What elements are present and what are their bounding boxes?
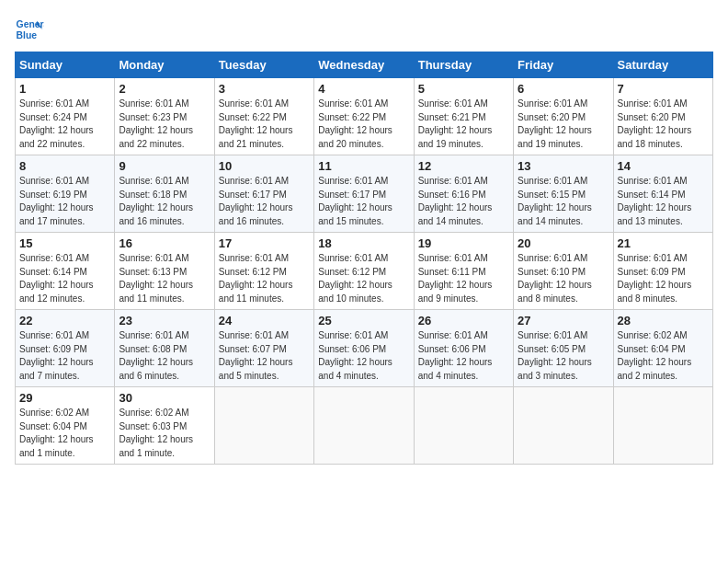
day-detail: Sunrise: 6:01 AMSunset: 6:24 PMDaylight:… <box>19 98 110 151</box>
day-detail: Sunrise: 6:01 AMSunset: 6:19 PMDaylight:… <box>19 175 110 228</box>
day-detail: Sunrise: 6:01 AMSunset: 6:22 PMDaylight:… <box>219 98 310 151</box>
day-number: 13 <box>518 159 609 173</box>
dow-saturday: Saturday <box>613 52 712 78</box>
day-detail: Sunrise: 6:01 AMSunset: 6:14 PMDaylight:… <box>19 252 110 305</box>
day-cell-3: 3Sunrise: 6:01 AMSunset: 6:22 PMDaylight… <box>214 78 313 155</box>
day-cell-4: 4Sunrise: 6:01 AMSunset: 6:22 PMDaylight… <box>314 78 414 155</box>
day-detail: Sunrise: 6:02 AMSunset: 6:04 PMDaylight:… <box>19 407 110 460</box>
day-detail: Sunrise: 6:01 AMSunset: 6:15 PMDaylight:… <box>518 175 609 228</box>
day-number: 19 <box>418 236 509 250</box>
dow-friday: Friday <box>514 52 613 78</box>
days-of-week-header: SundayMondayTuesdayWednesdayThursdayFrid… <box>16 52 713 78</box>
day-cell-22: 22Sunrise: 6:01 AMSunset: 6:09 PMDayligh… <box>16 310 115 387</box>
empty-cell <box>214 387 313 465</box>
day-detail: Sunrise: 6:01 AMSunset: 6:10 PMDaylight:… <box>518 252 609 305</box>
week-row-4: 22Sunrise: 6:01 AMSunset: 6:09 PMDayligh… <box>16 310 713 387</box>
dow-wednesday: Wednesday <box>314 52 414 78</box>
day-number: 4 <box>318 82 409 96</box>
day-cell-15: 15Sunrise: 6:01 AMSunset: 6:14 PMDayligh… <box>16 233 115 310</box>
svg-text:General: General <box>17 19 44 29</box>
day-detail: Sunrise: 6:01 AMSunset: 6:13 PMDaylight:… <box>119 252 210 305</box>
day-cell-10: 10Sunrise: 6:01 AMSunset: 6:17 PMDayligh… <box>214 155 313 233</box>
dow-tuesday: Tuesday <box>214 52 313 78</box>
week-row-5: 29Sunrise: 6:02 AMSunset: 6:04 PMDayligh… <box>16 387 713 465</box>
day-cell-26: 26Sunrise: 6:01 AMSunset: 6:06 PMDayligh… <box>414 310 513 387</box>
day-cell-30: 30Sunrise: 6:02 AMSunset: 6:03 PMDayligh… <box>115 387 214 465</box>
empty-cell <box>414 387 513 465</box>
dow-thursday: Thursday <box>414 52 513 78</box>
day-detail: Sunrise: 6:01 AMSunset: 6:06 PMDaylight:… <box>318 329 409 383</box>
day-detail: Sunrise: 6:01 AMSunset: 6:18 PMDaylight:… <box>119 175 210 228</box>
day-detail: Sunrise: 6:01 AMSunset: 6:20 PMDaylight:… <box>518 98 609 151</box>
empty-cell <box>514 387 613 465</box>
day-detail: Sunrise: 6:01 AMSunset: 6:09 PMDaylight:… <box>618 252 709 305</box>
day-number: 26 <box>418 314 509 327</box>
day-detail: Sunrise: 6:01 AMSunset: 6:22 PMDaylight:… <box>318 98 409 151</box>
day-number: 1 <box>19 82 110 96</box>
day-cell-21: 21Sunrise: 6:01 AMSunset: 6:09 PMDayligh… <box>613 233 712 310</box>
day-cell-23: 23Sunrise: 6:01 AMSunset: 6:08 PMDayligh… <box>115 310 214 387</box>
day-number: 24 <box>219 314 310 327</box>
calendar-body: 1Sunrise: 6:01 AMSunset: 6:24 PMDaylight… <box>16 78 713 465</box>
day-number: 27 <box>518 314 609 327</box>
day-detail: Sunrise: 6:02 AMSunset: 6:04 PMDaylight:… <box>618 329 709 383</box>
day-number: 11 <box>318 159 409 173</box>
day-number: 3 <box>219 82 310 96</box>
day-number: 9 <box>119 159 210 173</box>
week-row-3: 15Sunrise: 6:01 AMSunset: 6:14 PMDayligh… <box>16 233 713 310</box>
dow-monday: Monday <box>115 52 214 78</box>
day-number: 6 <box>518 82 609 96</box>
day-cell-7: 7Sunrise: 6:01 AMSunset: 6:20 PMDaylight… <box>613 78 712 155</box>
day-cell-28: 28Sunrise: 6:02 AMSunset: 6:04 PMDayligh… <box>613 310 712 387</box>
day-cell-14: 14Sunrise: 6:01 AMSunset: 6:14 PMDayligh… <box>613 155 712 233</box>
day-cell-27: 27Sunrise: 6:01 AMSunset: 6:05 PMDayligh… <box>514 310 613 387</box>
day-cell-12: 12Sunrise: 6:01 AMSunset: 6:16 PMDayligh… <box>414 155 513 233</box>
day-detail: Sunrise: 6:01 AMSunset: 6:21 PMDaylight:… <box>418 98 509 151</box>
day-cell-18: 18Sunrise: 6:01 AMSunset: 6:12 PMDayligh… <box>314 233 414 310</box>
day-cell-1: 1Sunrise: 6:01 AMSunset: 6:24 PMDaylight… <box>16 78 115 155</box>
day-cell-8: 8Sunrise: 6:01 AMSunset: 6:19 PMDaylight… <box>16 155 115 233</box>
day-number: 30 <box>119 391 210 405</box>
day-number: 23 <box>119 314 210 327</box>
day-number: 14 <box>618 159 709 173</box>
empty-cell <box>314 387 414 465</box>
day-detail: Sunrise: 6:01 AMSunset: 6:12 PMDaylight:… <box>219 252 310 305</box>
week-row-2: 8Sunrise: 6:01 AMSunset: 6:19 PMDaylight… <box>16 155 713 233</box>
day-number: 10 <box>219 159 310 173</box>
day-cell-5: 5Sunrise: 6:01 AMSunset: 6:21 PMDaylight… <box>414 78 513 155</box>
day-cell-11: 11Sunrise: 6:01 AMSunset: 6:17 PMDayligh… <box>314 155 414 233</box>
day-number: 7 <box>618 82 709 96</box>
day-detail: Sunrise: 6:01 AMSunset: 6:23 PMDaylight:… <box>119 98 210 151</box>
dow-sunday: Sunday <box>16 52 115 78</box>
day-number: 8 <box>19 159 110 173</box>
day-number: 21 <box>618 236 709 250</box>
day-number: 16 <box>119 236 210 250</box>
day-cell-16: 16Sunrise: 6:01 AMSunset: 6:13 PMDayligh… <box>115 233 214 310</box>
day-cell-24: 24Sunrise: 6:01 AMSunset: 6:07 PMDayligh… <box>214 310 313 387</box>
day-detail: Sunrise: 6:01 AMSunset: 6:05 PMDaylight:… <box>518 329 609 383</box>
day-number: 5 <box>418 82 509 96</box>
day-cell-20: 20Sunrise: 6:01 AMSunset: 6:10 PMDayligh… <box>514 233 613 310</box>
page-header: General Blue <box>15 15 713 44</box>
week-row-1: 1Sunrise: 6:01 AMSunset: 6:24 PMDaylight… <box>16 78 713 155</box>
day-cell-2: 2Sunrise: 6:01 AMSunset: 6:23 PMDaylight… <box>115 78 214 155</box>
calendar-table: SundayMondayTuesdayWednesdayThursdayFrid… <box>15 52 713 465</box>
day-cell-29: 29Sunrise: 6:02 AMSunset: 6:04 PMDayligh… <box>16 387 115 465</box>
day-number: 28 <box>618 314 709 327</box>
day-detail: Sunrise: 6:01 AMSunset: 6:07 PMDaylight:… <box>219 329 310 383</box>
day-detail: Sunrise: 6:01 AMSunset: 6:16 PMDaylight:… <box>418 175 509 228</box>
day-detail: Sunrise: 6:02 AMSunset: 6:03 PMDaylight:… <box>119 407 210 460</box>
day-detail: Sunrise: 6:01 AMSunset: 6:17 PMDaylight:… <box>318 175 409 228</box>
empty-cell <box>613 387 712 465</box>
day-cell-25: 25Sunrise: 6:01 AMSunset: 6:06 PMDayligh… <box>314 310 414 387</box>
day-cell-19: 19Sunrise: 6:01 AMSunset: 6:11 PMDayligh… <box>414 233 513 310</box>
day-number: 12 <box>418 159 509 173</box>
day-number: 15 <box>19 236 110 250</box>
day-detail: Sunrise: 6:01 AMSunset: 6:11 PMDaylight:… <box>418 252 509 305</box>
day-detail: Sunrise: 6:01 AMSunset: 6:20 PMDaylight:… <box>618 98 709 151</box>
day-number: 25 <box>318 314 409 327</box>
day-cell-17: 17Sunrise: 6:01 AMSunset: 6:12 PMDayligh… <box>214 233 313 310</box>
day-detail: Sunrise: 6:01 AMSunset: 6:08 PMDaylight:… <box>119 329 210 383</box>
day-number: 29 <box>19 391 110 405</box>
logo-icon: General Blue <box>15 15 44 44</box>
